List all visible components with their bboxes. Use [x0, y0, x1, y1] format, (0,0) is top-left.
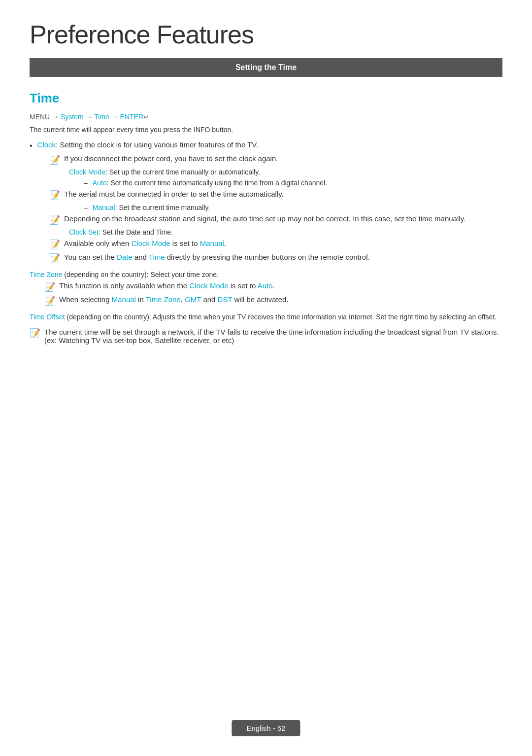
menu-path: MENU → System → Time → ENTER↵ [30, 113, 502, 121]
note-broadcast: 📝 Depending on the broadcast station and… [49, 214, 502, 225]
note-icon-7: 📝 [44, 295, 55, 306]
dash-icon: – [84, 179, 88, 187]
clock-label: Clock [37, 140, 56, 149]
note-manual-timezone: 📝 When selecting Manual in Time Zone, GM… [44, 295, 502, 306]
bottom-note: 📝 The current time will be set through a… [30, 328, 502, 344]
page-number-bar: English - 52 [232, 720, 300, 736]
note-icon-4: 📝 [49, 239, 60, 250]
note-icon-6: 📝 [44, 281, 55, 292]
note-icon-5: 📝 [49, 253, 60, 264]
section-title: Time [30, 91, 502, 106]
bullet-dot: • [30, 141, 33, 150]
note-icon: 📝 [49, 154, 60, 165]
clock-mode-label: Clock Mode: Set up the current time manu… [69, 168, 502, 176]
timeoffset-block: Time Offset (depending on the country): … [30, 313, 502, 321]
clock-set-label: Clock Set: Set the Date and Time. [69, 228, 502, 236]
note-aerial: 📝 The aerial must be connected in order … [49, 190, 502, 201]
note-disconnect: 📝 If you disconnect the power cord, you … [49, 154, 502, 165]
note-clockmode-auto: 📝 This function is only available when t… [44, 281, 502, 292]
section-header: Setting the Time [30, 58, 502, 77]
dash-icon-2: – [84, 204, 88, 211]
timezone-block: Time Zone (depending on the country): Se… [30, 271, 502, 278]
note-icon-2: 📝 [49, 190, 60, 201]
clock-bullet: • Clock: Setting the clock is for using … [30, 140, 502, 150]
note-date-time: 📝 You can set the Date and Time directly… [49, 253, 502, 264]
manual-dash-item: – Manual: Set the current time manually. [84, 204, 502, 211]
note-icon-3: 📝 [49, 214, 60, 225]
auto-dash-item: – Auto: Set the current time automatical… [84, 179, 502, 187]
intro-text: The current time will appear every time … [30, 126, 502, 134]
page-number: English - 52 [246, 724, 285, 732]
enter-icon: ↵ [143, 113, 149, 121]
note-clockmode-manual: 📝 Available only when Clock Mode is set … [49, 239, 502, 250]
note-icon-8: 📝 [30, 328, 40, 339]
page-container: Preference Features Setting the Time Tim… [0, 0, 532, 394]
page-title: Preference Features [30, 20, 502, 49]
